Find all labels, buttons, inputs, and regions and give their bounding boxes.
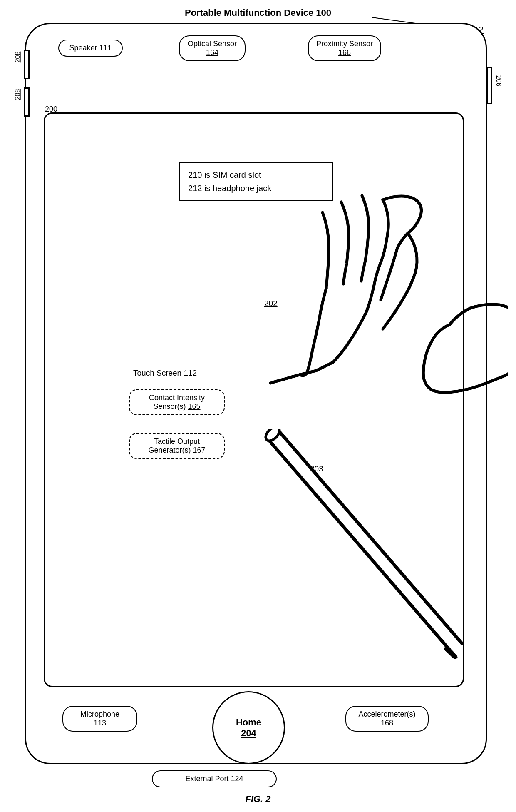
microphone-label: Microphone: [80, 710, 119, 718]
label-206: 206: [495, 75, 503, 87]
proximity-sensor-label: Proximity Sensor: [316, 40, 373, 48]
accelerometer-box: Accelerometer(s) 168: [345, 706, 429, 732]
external-port-label: External Port: [185, 775, 228, 783]
title-text: Portable Multifunction Device 100: [185, 7, 331, 18]
page-title: Portable Multifunction Device 100: [185, 7, 331, 18]
accelerometers-label: Accelerometer(s): [358, 710, 415, 718]
optical-sensor-box: Optical Sensor 164: [179, 35, 246, 61]
tactile-output-box: Tactile Output Generator(s) 167: [129, 433, 225, 459]
label-202: 202: [264, 299, 278, 308]
touch-screen-label: Touch Screen 112: [133, 369, 197, 378]
right-button: [486, 67, 492, 104]
info-line2: 212 is headphone jack: [188, 182, 324, 195]
external-port-ref: 124: [231, 775, 243, 783]
proximity-sensor-box: Proximity Sensor 166: [308, 35, 381, 61]
label-203: 203: [310, 464, 323, 473]
fig-label: FIG. 2: [245, 794, 270, 805]
proximity-sensor-ref: 166: [338, 48, 351, 57]
microphone-box: Microphone 113: [62, 706, 137, 732]
external-port-box: External Port 124: [152, 770, 277, 787]
left-button-bottom: [24, 87, 30, 117]
home-button: Home 204: [212, 691, 285, 764]
info-line1: 210 is SIM card slot: [188, 168, 324, 182]
optical-sensor-ref: 164: [206, 48, 218, 57]
optical-sensor-label: Optical Sensor: [188, 40, 237, 48]
speaker-box: Speaker 111: [58, 40, 123, 57]
label-208-bottom: 208: [14, 89, 22, 100]
left-button-top: [24, 50, 30, 79]
home-label: Home: [236, 717, 261, 728]
diagram: Portable Multifunction Device 100 210 21…: [0, 0, 516, 812]
info-box: 210 is SIM card slot 212 is headphone ja…: [179, 162, 333, 201]
accelerometers-ref: 168: [381, 719, 393, 727]
speaker-label: Speaker 111: [69, 44, 112, 52]
microphone-ref: 113: [94, 719, 106, 727]
contact-intensity-box: Contact Intensity Sensor(s) 165: [129, 389, 225, 415]
home-ref: 204: [241, 728, 256, 739]
label-208-top: 208: [14, 52, 22, 63]
